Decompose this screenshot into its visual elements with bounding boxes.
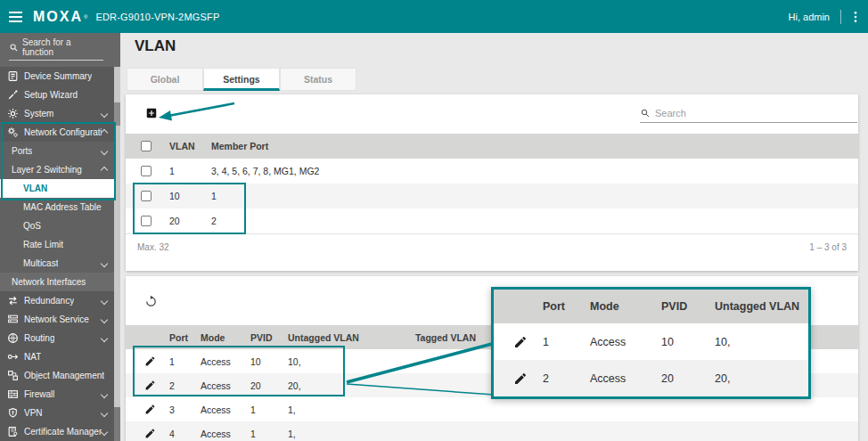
- sidebar-item-label: VLAN: [23, 184, 47, 193]
- port-pvid: 20: [250, 380, 288, 391]
- sidebar-item-setup-wizard[interactable]: Setup Wizard: [0, 86, 114, 104]
- port-untagged-vlan: 1,: [288, 404, 386, 415]
- page-title: VLAN: [135, 37, 176, 55]
- select-all-checkbox[interactable]: [141, 141, 151, 151]
- chevron-up-icon: [101, 166, 108, 173]
- sidebar-item-object-management[interactable]: Object Management: [0, 366, 114, 385]
- sidebar-item-label: MAC Address Table: [23, 202, 102, 212]
- sidebar-item-device-summary[interactable]: Device Summary: [0, 67, 114, 86]
- port-number: 1: [169, 356, 201, 367]
- sidebar-item-network-interfaces[interactable]: Network Interfaces: [0, 273, 114, 291]
- port-number: 2: [543, 372, 590, 385]
- sidebar-item-label: Multicast: [23, 258, 58, 268]
- port-untagged-vlan: 10,: [715, 336, 808, 348]
- sidebar-item-label: Device Summary: [24, 71, 92, 81]
- add-vlan-button[interactable]: [145, 107, 158, 119]
- chevron-down-icon: [101, 297, 108, 304]
- sidebar-item-layer-2-switching[interactable]: Layer 2 Switching: [0, 160, 114, 179]
- edit-icon[interactable]: [144, 428, 156, 439]
- network-configuration-icon: [7, 127, 19, 138]
- sidebar-item-vlan[interactable]: VLAN: [0, 179, 114, 198]
- routing-icon: [7, 332, 19, 344]
- tab-global[interactable]: Global: [127, 68, 203, 91]
- edit-icon[interactable]: [144, 380, 156, 391]
- sidebar-item-label: Firewall: [24, 389, 54, 399]
- sidebar-item-network-configuration[interactable]: Network Configuration: [0, 123, 114, 142]
- sidebar-item-label: Setup Wizard: [24, 90, 78, 100]
- port-mode: Access: [201, 380, 250, 391]
- device-summary-icon: [7, 70, 19, 82]
- port-mode: Access: [201, 404, 250, 415]
- tab-status[interactable]: Status: [280, 68, 356, 91]
- edit-icon[interactable]: [144, 404, 156, 415]
- port-number: 3: [169, 404, 201, 415]
- chevron-down-icon: [101, 147, 108, 154]
- nat-icon: [7, 351, 19, 363]
- header-right: Hi, admin: [789, 10, 863, 24]
- sidebar-item-label: Redundancy: [24, 296, 74, 306]
- edit-icon[interactable]: [144, 355, 156, 367]
- table-row: 1 3, 4, 5, 6, 7, 8, MG1, MG2: [126, 159, 858, 184]
- column-header-port: Port: [543, 300, 590, 313]
- kebab-menu-icon[interactable]: [848, 10, 863, 24]
- sidebar-item-label: Network Configuration: [24, 127, 102, 137]
- sidebar-item-label: NAT: [24, 352, 41, 362]
- edit-icon[interactable]: [513, 372, 528, 386]
- search-placeholder: Search: [655, 108, 686, 118]
- column-header-tagged-vlan: Tagged VLAN: [386, 332, 505, 343]
- row-checkbox[interactable]: [141, 166, 151, 176]
- port-number: 1: [543, 336, 590, 348]
- sidebar-scrollbar[interactable]: [114, 67, 120, 441]
- column-header-port: Port: [169, 332, 201, 343]
- menu-icon[interactable]: [9, 12, 22, 22]
- sidebar-search-input[interactable]: Search for a function: [0, 33, 120, 67]
- chevron-down-icon: [101, 409, 108, 416]
- row-checkbox[interactable]: [141, 191, 151, 201]
- port-untagged-vlan: 1,: [288, 429, 386, 439]
- sidebar-search-placeholder: Search for a function: [22, 37, 103, 57]
- network-service-icon: [7, 314, 19, 325]
- port-pvid: 20: [661, 372, 715, 385]
- member-port: 3, 4, 5, 6, 7, 8, MG1, MG2: [211, 166, 858, 176]
- sidebar-item-multicast[interactable]: Multicast: [0, 254, 114, 273]
- sidebar-menu: Device Summary Setup Wizard System Netwo…: [0, 67, 114, 441]
- sidebar-item-firewall[interactable]: Firewall: [0, 385, 114, 404]
- sidebar-item-label: VPN: [24, 408, 43, 418]
- vlan-table-header: VLAN Member Port: [126, 134, 858, 159]
- sidebar-item-ports[interactable]: Ports: [0, 142, 114, 160]
- sidebar-item-system[interactable]: System: [0, 104, 114, 123]
- vlan-search-input[interactable]: Search: [640, 108, 857, 123]
- column-header-member-port: Member Port: [211, 141, 858, 151]
- sidebar-item-qos[interactable]: QoS: [0, 216, 114, 235]
- certificate-management-icon: [7, 426, 19, 437]
- sidebar-item-mac-address-table[interactable]: MAC Address Table: [0, 198, 114, 216]
- sidebar-item-nat[interactable]: NAT: [0, 347, 114, 366]
- port-untagged-vlan: 10,: [288, 356, 386, 367]
- chevron-up-icon: [101, 128, 108, 135]
- edit-icon[interactable]: [513, 335, 528, 349]
- column-header-pvid: PVID: [250, 332, 288, 343]
- refresh-button[interactable]: [144, 295, 158, 308]
- row-checkbox[interactable]: [141, 216, 151, 226]
- add-box-icon: [145, 107, 158, 119]
- scrollbar-thumb[interactable]: [114, 102, 120, 126]
- sidebar-item-label: System: [24, 109, 53, 118]
- tab-settings[interactable]: Settings: [203, 68, 280, 91]
- sidebar-item-routing[interactable]: Routing: [0, 329, 114, 347]
- sidebar-item-network-service[interactable]: Network Service: [0, 310, 114, 329]
- vlan-id: 20: [169, 216, 211, 226]
- search-icon: [9, 43, 19, 53]
- chevron-down-icon: [101, 390, 108, 397]
- firewall-icon: [7, 388, 19, 400]
- table-row: 4 Access 1 1,: [126, 421, 858, 441]
- sidebar-item-vpn[interactable]: VPN: [0, 404, 114, 422]
- sidebar-item-certificate-management[interactable]: Certificate Management: [0, 422, 114, 441]
- sidebar-item-rate-limit[interactable]: Rate Limit: [0, 235, 114, 254]
- column-header-mode: Mode: [590, 300, 661, 313]
- scrollbar-bottom: [114, 407, 120, 441]
- system-gear-icon: [7, 108, 19, 119]
- port-untagged-vlan: 20,: [288, 380, 386, 391]
- user-greeting: Hi, admin: [789, 12, 830, 22]
- tab-bar: Global Settings Status: [127, 68, 356, 91]
- sidebar-item-redundancy[interactable]: Redundancy: [0, 291, 114, 310]
